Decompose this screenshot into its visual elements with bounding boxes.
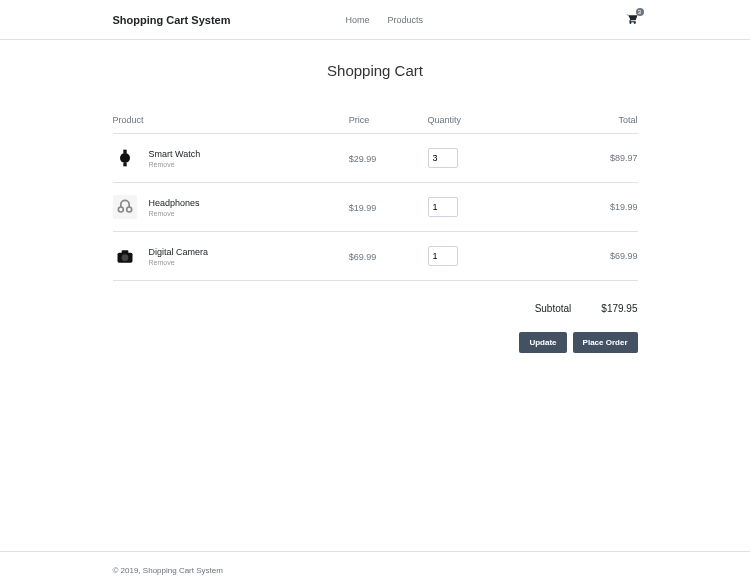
remove-link[interactable]: Remove — [149, 161, 201, 168]
nav-home[interactable]: Home — [345, 15, 369, 25]
footer: © 2019, Shopping Cart System — [0, 551, 750, 585]
cart-table: Product Price Quantity Total Smart Watch… — [113, 107, 638, 281]
page-title: Shopping Cart — [113, 62, 638, 79]
svg-rect-1 — [123, 150, 126, 153]
quantity-input[interactable] — [428, 197, 458, 217]
cart-count-badge: 3 — [636, 8, 644, 16]
col-price: Price — [349, 107, 428, 134]
table-row: Digital Camera Remove $69.99 $69.99 — [113, 232, 638, 281]
product-thumb — [113, 244, 137, 268]
col-total: Total — [533, 107, 638, 134]
nav-links: Home Products — [345, 15, 423, 25]
nav-products[interactable]: Products — [387, 15, 423, 25]
watch-icon — [115, 148, 135, 168]
remove-link[interactable]: Remove — [149, 259, 209, 266]
svg-point-0 — [120, 153, 130, 163]
product-thumb — [113, 195, 137, 219]
main-content: Shopping Cart Product Price Quantity Tot… — [113, 40, 638, 551]
subtotal-value: $179.95 — [601, 303, 637, 314]
product-name: Digital Camera — [149, 247, 209, 257]
product-name: Smart Watch — [149, 149, 201, 159]
svg-rect-2 — [123, 163, 126, 166]
line-total: $69.99 — [533, 251, 638, 261]
svg-rect-7 — [121, 250, 128, 253]
brand[interactable]: Shopping Cart System — [113, 14, 231, 26]
product-name: Headphones — [149, 198, 200, 208]
line-total: $19.99 — [533, 202, 638, 212]
update-button[interactable]: Update — [519, 332, 566, 353]
headphones-icon — [115, 197, 135, 217]
col-quantity: Quantity — [428, 107, 533, 134]
quantity-input[interactable] — [428, 148, 458, 168]
camera-icon — [115, 246, 135, 266]
col-product: Product — [113, 107, 349, 134]
product-price: $19.99 — [349, 203, 377, 213]
line-total: $89.97 — [533, 153, 638, 163]
cart-actions: Update Place Order — [113, 332, 638, 353]
remove-link[interactable]: Remove — [149, 210, 200, 217]
svg-point-6 — [121, 254, 128, 261]
quantity-input[interactable] — [428, 246, 458, 266]
product-price: $69.99 — [349, 252, 377, 262]
top-nav: Shopping Cart System Home Products 3 — [0, 0, 750, 40]
cart-summary: Subtotal $179.95 — [113, 303, 638, 314]
table-row: Headphones Remove $19.99 $19.99 — [113, 183, 638, 232]
place-order-button[interactable]: Place Order — [573, 332, 638, 353]
product-price: $29.99 — [349, 154, 377, 164]
svg-point-3 — [118, 207, 123, 212]
footer-text: © 2019, Shopping Cart System — [113, 566, 638, 575]
table-row: Smart Watch Remove $29.99 $89.97 — [113, 134, 638, 183]
subtotal-label: Subtotal — [535, 303, 572, 314]
cart-link[interactable]: 3 — [625, 12, 638, 27]
product-thumb — [113, 146, 137, 170]
svg-point-4 — [126, 207, 131, 212]
